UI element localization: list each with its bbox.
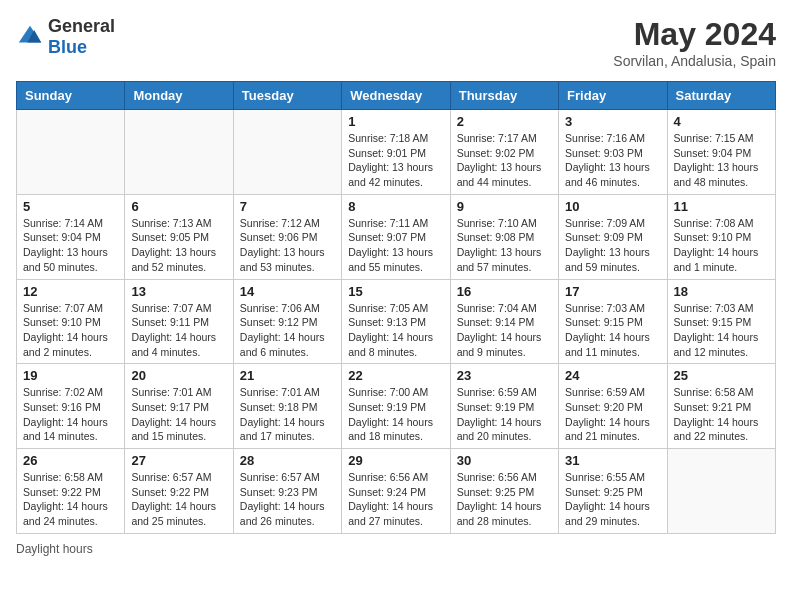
day-number: 20 [131, 368, 226, 383]
day-number: 8 [348, 199, 443, 214]
day-number: 4 [674, 114, 769, 129]
day-info: Sunrise: 7:04 AM Sunset: 9:14 PM Dayligh… [457, 301, 552, 360]
header-saturday: Saturday [667, 82, 775, 110]
day-info: Sunrise: 6:59 AM Sunset: 9:20 PM Dayligh… [565, 385, 660, 444]
logo: General Blue [16, 16, 115, 58]
day-number: 15 [348, 284, 443, 299]
day-number: 11 [674, 199, 769, 214]
day-info: Sunrise: 7:15 AM Sunset: 9:04 PM Dayligh… [674, 131, 769, 190]
calendar-cell-w2-d4: 8Sunrise: 7:11 AM Sunset: 9:07 PM Daylig… [342, 194, 450, 279]
day-number: 2 [457, 114, 552, 129]
day-number: 25 [674, 368, 769, 383]
day-number: 16 [457, 284, 552, 299]
day-number: 3 [565, 114, 660, 129]
calendar-cell-w5-d1: 26Sunrise: 6:58 AM Sunset: 9:22 PM Dayli… [17, 449, 125, 534]
calendar-cell-w3-d7: 18Sunrise: 7:03 AM Sunset: 9:15 PM Dayli… [667, 279, 775, 364]
calendar-week-1: 1Sunrise: 7:18 AM Sunset: 9:01 PM Daylig… [17, 110, 776, 195]
calendar-cell-w2-d2: 6Sunrise: 7:13 AM Sunset: 9:05 PM Daylig… [125, 194, 233, 279]
logo-icon [16, 23, 44, 51]
day-number: 17 [565, 284, 660, 299]
day-number: 21 [240, 368, 335, 383]
day-info: Sunrise: 7:09 AM Sunset: 9:09 PM Dayligh… [565, 216, 660, 275]
day-info: Sunrise: 7:13 AM Sunset: 9:05 PM Dayligh… [131, 216, 226, 275]
day-info: Sunrise: 7:10 AM Sunset: 9:08 PM Dayligh… [457, 216, 552, 275]
calendar-cell-w1-d7: 4Sunrise: 7:15 AM Sunset: 9:04 PM Daylig… [667, 110, 775, 195]
day-number: 27 [131, 453, 226, 468]
calendar-cell-w5-d2: 27Sunrise: 6:57 AM Sunset: 9:22 PM Dayli… [125, 449, 233, 534]
day-info: Sunrise: 6:55 AM Sunset: 9:25 PM Dayligh… [565, 470, 660, 529]
header-thursday: Thursday [450, 82, 558, 110]
logo-text: General Blue [48, 16, 115, 58]
day-info: Sunrise: 6:57 AM Sunset: 9:23 PM Dayligh… [240, 470, 335, 529]
calendar-week-5: 26Sunrise: 6:58 AM Sunset: 9:22 PM Dayli… [17, 449, 776, 534]
day-info: Sunrise: 7:14 AM Sunset: 9:04 PM Dayligh… [23, 216, 118, 275]
day-info: Sunrise: 7:03 AM Sunset: 9:15 PM Dayligh… [565, 301, 660, 360]
header-friday: Friday [559, 82, 667, 110]
day-number: 18 [674, 284, 769, 299]
day-info: Sunrise: 7:01 AM Sunset: 9:18 PM Dayligh… [240, 385, 335, 444]
day-info: Sunrise: 7:05 AM Sunset: 9:13 PM Dayligh… [348, 301, 443, 360]
subtitle: Sorvilan, Andalusia, Spain [613, 53, 776, 69]
day-number: 28 [240, 453, 335, 468]
calendar-cell-w5-d3: 28Sunrise: 6:57 AM Sunset: 9:23 PM Dayli… [233, 449, 341, 534]
calendar-cell-w4-d6: 24Sunrise: 6:59 AM Sunset: 9:20 PM Dayli… [559, 364, 667, 449]
day-number: 29 [348, 453, 443, 468]
calendar-cell-w2-d5: 9Sunrise: 7:10 AM Sunset: 9:08 PM Daylig… [450, 194, 558, 279]
day-info: Sunrise: 7:06 AM Sunset: 9:12 PM Dayligh… [240, 301, 335, 360]
calendar-cell-w2-d1: 5Sunrise: 7:14 AM Sunset: 9:04 PM Daylig… [17, 194, 125, 279]
title-block: May 2024 Sorvilan, Andalusia, Spain [613, 16, 776, 69]
calendar-week-4: 19Sunrise: 7:02 AM Sunset: 9:16 PM Dayli… [17, 364, 776, 449]
day-number: 7 [240, 199, 335, 214]
day-info: Sunrise: 7:16 AM Sunset: 9:03 PM Dayligh… [565, 131, 660, 190]
calendar-cell-w2-d6: 10Sunrise: 7:09 AM Sunset: 9:09 PM Dayli… [559, 194, 667, 279]
calendar-cell-w1-d6: 3Sunrise: 7:16 AM Sunset: 9:03 PM Daylig… [559, 110, 667, 195]
day-info: Sunrise: 6:57 AM Sunset: 9:22 PM Dayligh… [131, 470, 226, 529]
calendar-header-row: Sunday Monday Tuesday Wednesday Thursday… [17, 82, 776, 110]
calendar-week-2: 5Sunrise: 7:14 AM Sunset: 9:04 PM Daylig… [17, 194, 776, 279]
calendar-cell-w1-d2 [125, 110, 233, 195]
calendar-cell-w4-d3: 21Sunrise: 7:01 AM Sunset: 9:18 PM Dayli… [233, 364, 341, 449]
calendar-cell-w1-d3 [233, 110, 341, 195]
logo-blue: Blue [48, 37, 87, 57]
day-number: 6 [131, 199, 226, 214]
day-number: 22 [348, 368, 443, 383]
day-info: Sunrise: 6:59 AM Sunset: 9:19 PM Dayligh… [457, 385, 552, 444]
day-info: Sunrise: 6:56 AM Sunset: 9:25 PM Dayligh… [457, 470, 552, 529]
day-info: Sunrise: 6:58 AM Sunset: 9:22 PM Dayligh… [23, 470, 118, 529]
day-info: Sunrise: 6:56 AM Sunset: 9:24 PM Dayligh… [348, 470, 443, 529]
calendar-cell-w4-d7: 25Sunrise: 6:58 AM Sunset: 9:21 PM Dayli… [667, 364, 775, 449]
calendar-cell-w5-d5: 30Sunrise: 6:56 AM Sunset: 9:25 PM Dayli… [450, 449, 558, 534]
calendar-cell-w4-d4: 22Sunrise: 7:00 AM Sunset: 9:19 PM Dayli… [342, 364, 450, 449]
day-info: Sunrise: 6:58 AM Sunset: 9:21 PM Dayligh… [674, 385, 769, 444]
logo-general: General [48, 16, 115, 36]
footer-note: Daylight hours [16, 542, 776, 556]
day-info: Sunrise: 7:11 AM Sunset: 9:07 PM Dayligh… [348, 216, 443, 275]
calendar-cell-w3-d4: 15Sunrise: 7:05 AM Sunset: 9:13 PM Dayli… [342, 279, 450, 364]
header-tuesday: Tuesday [233, 82, 341, 110]
calendar-cell-w2-d3: 7Sunrise: 7:12 AM Sunset: 9:06 PM Daylig… [233, 194, 341, 279]
day-info: Sunrise: 7:07 AM Sunset: 9:11 PM Dayligh… [131, 301, 226, 360]
day-number: 31 [565, 453, 660, 468]
main-title: May 2024 [613, 16, 776, 53]
day-number: 24 [565, 368, 660, 383]
calendar-cell-w1-d5: 2Sunrise: 7:17 AM Sunset: 9:02 PM Daylig… [450, 110, 558, 195]
calendar-table: Sunday Monday Tuesday Wednesday Thursday… [16, 81, 776, 534]
calendar-cell-w3-d5: 16Sunrise: 7:04 AM Sunset: 9:14 PM Dayli… [450, 279, 558, 364]
day-number: 19 [23, 368, 118, 383]
calendar-cell-w4-d5: 23Sunrise: 6:59 AM Sunset: 9:19 PM Dayli… [450, 364, 558, 449]
day-number: 14 [240, 284, 335, 299]
calendar-cell-w5-d6: 31Sunrise: 6:55 AM Sunset: 9:25 PM Dayli… [559, 449, 667, 534]
day-number: 9 [457, 199, 552, 214]
day-info: Sunrise: 7:01 AM Sunset: 9:17 PM Dayligh… [131, 385, 226, 444]
page-container: General Blue May 2024 Sorvilan, Andalusi… [16, 16, 776, 556]
calendar-cell-w3-d3: 14Sunrise: 7:06 AM Sunset: 9:12 PM Dayli… [233, 279, 341, 364]
day-number: 23 [457, 368, 552, 383]
calendar-cell-w3-d6: 17Sunrise: 7:03 AM Sunset: 9:15 PM Dayli… [559, 279, 667, 364]
day-info: Sunrise: 7:07 AM Sunset: 9:10 PM Dayligh… [23, 301, 118, 360]
day-number: 12 [23, 284, 118, 299]
header-wednesday: Wednesday [342, 82, 450, 110]
day-info: Sunrise: 7:17 AM Sunset: 9:02 PM Dayligh… [457, 131, 552, 190]
header-sunday: Sunday [17, 82, 125, 110]
day-info: Sunrise: 7:00 AM Sunset: 9:19 PM Dayligh… [348, 385, 443, 444]
header: General Blue May 2024 Sorvilan, Andalusi… [16, 16, 776, 69]
